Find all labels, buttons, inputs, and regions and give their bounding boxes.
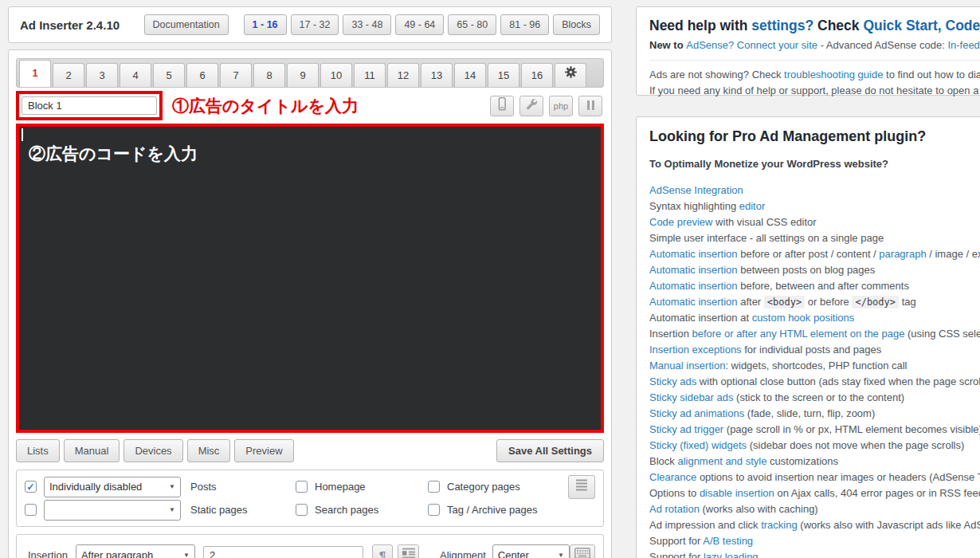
manual-button[interactable]: Manual — [64, 439, 120, 462]
link[interactable]: editor — [739, 200, 766, 212]
paragraph-counting-button[interactable] — [398, 544, 419, 558]
link[interactable]: Code preview — [649, 216, 713, 228]
link[interactable]: Sticky ad trigger — [649, 423, 723, 435]
text-caret — [22, 128, 23, 141]
pause-block-button[interactable] — [578, 96, 602, 116]
block-tab-8[interactable]: 8 — [253, 63, 285, 87]
text: with visual CSS editor — [713, 216, 817, 228]
lists-button[interactable]: Lists — [16, 439, 60, 462]
php-processing-button[interactable]: php — [549, 96, 573, 116]
devices-button[interactable]: Devices — [123, 439, 182, 462]
link[interactable]: Automatic insertion — [649, 264, 738, 276]
tag-archive-pages-checkbox[interactable] — [428, 504, 440, 516]
link[interactable]: AdSense Integration — [649, 184, 743, 196]
documentation-button[interactable]: Documentation — [144, 14, 229, 35]
block-tab-10[interactable]: 10 — [320, 63, 352, 87]
paragraph-settings-button[interactable]: ¶ — [372, 544, 394, 558]
static-pages-exceptions-select[interactable]: ▼ — [44, 500, 181, 521]
block-tab-14[interactable]: 14 — [454, 63, 486, 87]
code-generator-button[interactable] — [519, 96, 543, 116]
annotation-title-text: ①広告のタイトルを入力 — [172, 95, 490, 117]
blocks-button[interactable]: Blocks — [553, 14, 600, 35]
ad-code-editor[interactable]: ②広告のコードを入力 — [16, 124, 604, 433]
range-button-33-48[interactable]: 33 - 48 — [343, 14, 391, 35]
block-tab-9[interactable]: 9 — [287, 63, 319, 87]
link[interactable]: disable insertion — [700, 487, 774, 499]
link[interactable]: Ad rotation — [649, 503, 700, 515]
link[interactable]: Manual insertion — [649, 360, 725, 371]
search-pages-checkbox[interactable] — [296, 504, 308, 516]
feature-20: Options to disable insertion on Ajax cal… — [649, 485, 980, 501]
insertion-position-select[interactable]: After paragraph ▼ — [76, 544, 195, 558]
link[interactable]: In-feed ads — [947, 39, 980, 51]
feature-17: Sticky (fixed) widgets (sidebar does not… — [649, 438, 980, 454]
block-name-input[interactable]: Block 1 — [22, 96, 157, 115]
individual-exceptions-select[interactable]: Individually disabled ▼ — [44, 477, 181, 497]
block-tab-1[interactable]: 1 — [19, 60, 51, 87]
block-tab-7[interactable]: 7 — [220, 63, 252, 87]
link[interactable]: Connect your site — [737, 39, 817, 51]
link[interactable]: alignment and style — [677, 455, 766, 467]
static-pages-checkbox[interactable] — [25, 504, 37, 516]
link[interactable]: Clearance — [649, 471, 696, 483]
range-button-81-96[interactable]: 81 - 96 — [500, 14, 549, 35]
link[interactable]: Sticky ads — [649, 375, 696, 387]
code-editor-button[interactable] — [570, 544, 595, 558]
homepage-label: Homepage — [315, 481, 428, 493]
feature-14: Sticky sidebar ads (stick to the screen … — [649, 390, 980, 406]
link[interactable]: AdSense? — [686, 39, 734, 51]
link[interactable]: A/B testing — [703, 535, 753, 547]
block-tab-13[interactable]: 13 — [421, 63, 453, 87]
link[interactable]: Automatic insertion — [649, 296, 738, 308]
misc-button[interactable]: Misc — [187, 439, 231, 462]
plugin-header: Ad Inserter 2.4.10 Documentation 1 - 161… — [8, 6, 612, 43]
link[interactable]: tracking — [761, 519, 798, 531]
block-tab-16[interactable]: 16 — [521, 63, 553, 87]
link[interactable]: Sticky ad animations — [649, 407, 744, 419]
text: after — [738, 296, 764, 308]
posts-checkbox[interactable]: ✓ — [25, 481, 37, 493]
save-all-settings-button[interactable]: Save All Settings — [496, 439, 604, 462]
block-tab-15[interactable]: 15 — [488, 63, 519, 87]
link[interactable]: Automatic insertion — [649, 280, 738, 292]
help-heading-1: Need help with settings? Check Quick Sta… — [649, 16, 980, 35]
php-label: php — [554, 101, 568, 111]
block-tab-3[interactable]: 3 — [86, 63, 118, 87]
feature-15: Sticky ad animations (fade, slide, turn,… — [649, 406, 980, 422]
block-tab-2[interactable]: 2 — [53, 63, 84, 87]
alignment-select[interactable]: Center ▼ — [492, 544, 570, 558]
link[interactable]: troubleshooting guide — [784, 69, 883, 81]
link[interactable]: custom hook positions — [752, 312, 855, 324]
link[interactable]: Quick Start, Code Editing — [863, 18, 980, 33]
block-tab-11[interactable]: 11 — [354, 63, 386, 87]
text: Check — [813, 18, 863, 33]
range-button-17-32[interactable]: 17 - 32 — [291, 14, 339, 35]
text: Simple user interface - all settings on … — [649, 232, 884, 244]
block-tab-strip: 12345678910111213141516 — [16, 58, 604, 88]
pro-panel-subheading: To Optimally Monetize your WordPress web… — [649, 158, 980, 170]
insertion-settings-box: Insertion After paragraph ▼ 2 ¶ — [16, 534, 604, 558]
link[interactable]: settings? — [751, 18, 813, 33]
link[interactable]: lazy loading — [704, 551, 759, 558]
link[interactable]: Sticky sidebar ads — [649, 391, 734, 403]
paragraph-number-input[interactable]: 2 — [203, 546, 363, 558]
range-button-1-16[interactable]: 1 - 16 — [244, 14, 287, 35]
block-tab-6[interactable]: 6 — [186, 63, 218, 87]
list-options-button[interactable] — [568, 475, 595, 499]
homepage-checkbox[interactable] — [296, 481, 308, 493]
preview-button[interactable]: Preview — [234, 439, 293, 462]
range-button-49-64[interactable]: 49 - 64 — [395, 14, 444, 35]
category-pages-checkbox[interactable] — [428, 481, 440, 493]
range-button-65-80[interactable]: 65 - 80 — [448, 14, 496, 35]
device-detection-button[interactable] — [490, 96, 514, 116]
link[interactable]: paragraph — [879, 248, 926, 260]
general-settings-tab[interactable] — [555, 63, 586, 87]
text: - Advanced AdSense code: — [817, 39, 947, 51]
block-tab-4[interactable]: 4 — [120, 63, 151, 87]
link[interactable]: Automatic insertion — [649, 248, 738, 260]
link[interactable]: Insertion exceptions — [649, 344, 742, 356]
link[interactable]: Sticky (fixed) widgets — [649, 439, 747, 451]
block-tab-5[interactable]: 5 — [153, 63, 185, 87]
link[interactable]: before or after any HTML element on the … — [692, 328, 904, 340]
block-tab-12[interactable]: 12 — [387, 63, 419, 87]
